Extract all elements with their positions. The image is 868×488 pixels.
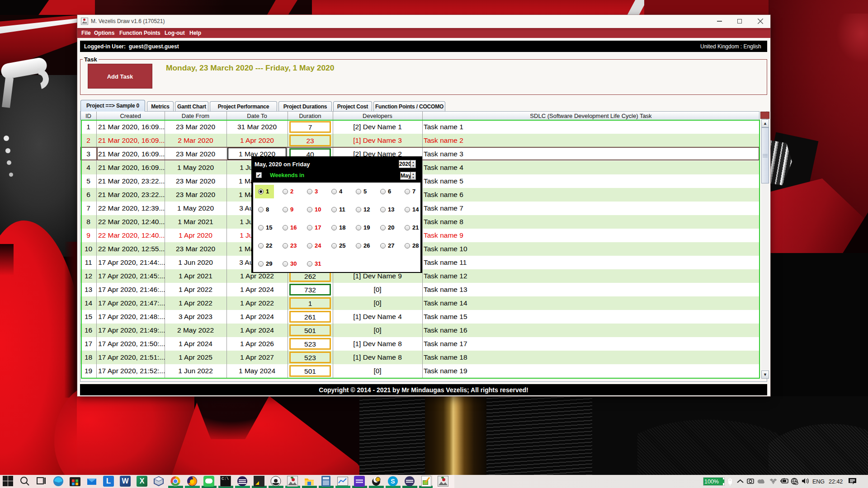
svg-text:S: S — [391, 478, 395, 485]
